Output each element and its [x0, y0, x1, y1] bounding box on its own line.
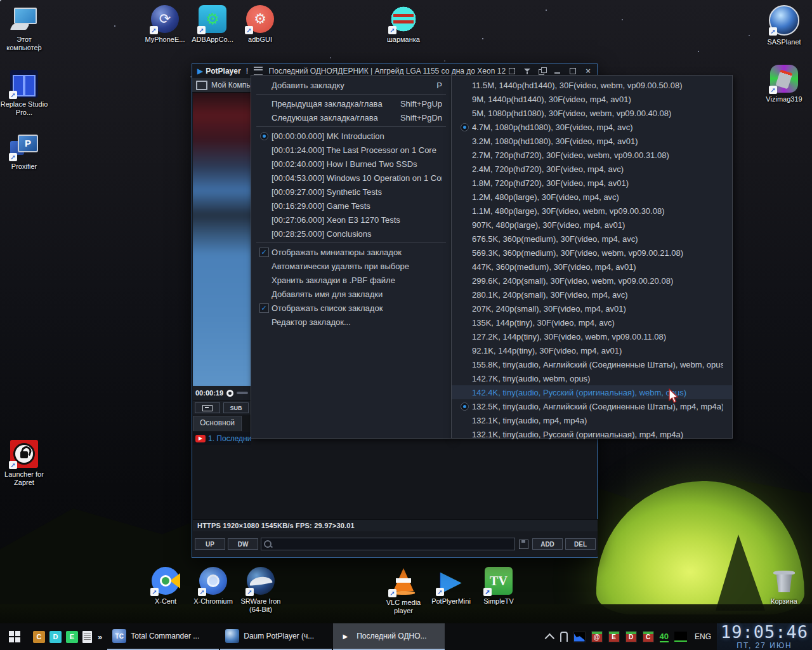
quick-launch-c[interactable]: C — [33, 631, 45, 643]
menu-item[interactable]: 907K, 480p(large), 30F(video, mp4, av01) — [452, 218, 732, 232]
menu-item[interactable]: 1.2M, 480p(large), 30F(video, mp4, avc) — [452, 190, 732, 204]
menu-item[interactable]: 3.2M, 1080p(hd1080), 30F(video, mp4, av0… — [452, 134, 732, 148]
desktop-icon-myphone-explorer[interactable]: ⟳➚ MyPhoneE... — [141, 5, 189, 44]
tab-main-playlist[interactable]: Основной — [193, 416, 242, 431]
menu-item[interactable]: 676.5K, 360p(medium), 30F(video, mp4, av… — [452, 232, 732, 246]
desktop-icon-launcher-for-zapret[interactable]: ➚ Launcher for Zapret — [0, 440, 48, 487]
quick-launch-overflow[interactable]: » — [98, 632, 102, 642]
menu-item[interactable]: 142.7K, tiny(audio, webm, opus) — [452, 371, 732, 385]
menu-item[interactable]: 569.3K, 360p(medium), 30F(video, webm, v… — [452, 246, 732, 260]
start-button[interactable] — [0, 623, 29, 650]
desktop-icon-vlc[interactable]: ➚ VLC media player — [379, 567, 428, 615]
fullscreen-icon[interactable] — [508, 67, 516, 75]
tray-d-icon[interactable]: D — [625, 631, 637, 642]
close-icon[interactable]: × — [584, 67, 592, 75]
desktop-icon-adb-app-control[interactable]: ⚙➚ ADBAppCo... — [188, 5, 237, 44]
playlist-entry[interactable]: ▶ 1. Последний — [193, 432, 251, 445]
menu-item[interactable]: 92.1K, 144p(tiny), 30F(video, mp4, av01) — [452, 343, 732, 357]
tray-at-icon[interactable]: @ — [591, 631, 603, 642]
menu-item[interactable]: 132.1K, tiny(audio, mp4, mp4a) — [452, 413, 732, 427]
notes-document-icon[interactable] — [82, 631, 92, 643]
desktop-icon-x-chromium[interactable]: ➚ X-Chromium — [189, 567, 237, 606]
subtitle-button[interactable]: SUB — [223, 402, 249, 413]
menu-item[interactable]: 142.4K, tiny(audio, Русский (оригинальна… — [452, 385, 732, 399]
maximize-icon[interactable] — [569, 67, 577, 75]
move-down-button[interactable]: DW — [228, 538, 258, 550]
task-button-total-commander[interactable]: TC Total Commander ... — [107, 623, 219, 650]
menu-item[interactable]: [00:16:29.000] Game Tests — [251, 199, 451, 213]
desktop-icon-potplyermini[interactable]: ▶➚ PotPlyerMini — [427, 567, 475, 606]
language-indicator[interactable]: ENG — [695, 632, 711, 641]
desktop-icon-srware-iron[interactable]: ➚ SRWare Iron (64-Bit) — [237, 567, 285, 614]
move-up-button[interactable]: UP — [195, 538, 225, 550]
desktop-icon-simpletv[interactable]: TV➚ SimpleTV — [475, 567, 523, 606]
menu-item[interactable]: ✓Отображать список закладок — [251, 301, 451, 315]
menu-item[interactable]: 447K, 360p(medium), 30F(video, mp4, av01… — [452, 260, 732, 274]
menu-item[interactable]: [00:27:06.000] Xeon E3 1270 Tests — [251, 213, 451, 227]
menu-item[interactable]: 4.7M, 1080p(hd1080), 30F(video, mp4, avc… — [452, 120, 732, 134]
save-playlist-icon[interactable] — [519, 540, 528, 549]
menu-item[interactable]: 5M, 1080p(hd1080), 30F(video, webm, vp09… — [452, 106, 732, 120]
desktop-icon-this-pc[interactable]: Этот компьютер — [0, 5, 48, 52]
tray-expand-icon[interactable] — [544, 633, 554, 643]
filter-icon[interactable] — [523, 67, 531, 75]
seek-bar[interactable] — [237, 392, 248, 394]
menu-item[interactable]: 155.8K, tiny(audio, Английский (Соединен… — [452, 357, 732, 371]
desktop-icon-vizimag319[interactable]: ➚ Vizimag319 — [760, 65, 808, 103]
menu-item[interactable]: 9M, 1440p(hd1440), 30F(video, mp4, av01) — [452, 92, 732, 106]
menu-item[interactable]: 132.1K, tiny(audio, Русский (оригинальна… — [452, 427, 732, 441]
tray-c-icon[interactable]: C — [643, 631, 654, 642]
playlist-search[interactable] — [261, 538, 515, 550]
desktop-icon-x-cent[interactable]: ➚ X-Cent — [141, 567, 190, 606]
menu-item[interactable]: 1.8M, 720p(hd720), 30F(video, mp4, av01) — [452, 176, 732, 190]
desktop-icon-sharmanka[interactable]: ➚ шарманка — [379, 5, 428, 44]
video-area[interactable] — [193, 93, 251, 386]
menu-item[interactable]: ✓Отображать миниатюры закладок — [251, 245, 451, 259]
menu-item[interactable]: [00:09:27.000] Synthetic Tests — [251, 185, 451, 199]
desktop-icon-sasplanet[interactable]: ➚ SASPlanet — [760, 5, 808, 46]
paperclip-icon[interactable] — [560, 632, 568, 642]
menu-item[interactable]: [00:28:25.000] Conclusions — [251, 227, 451, 241]
menu-item[interactable]: Следующая закладка/главаShift+PgDn — [251, 110, 451, 124]
menu-item[interactable]: 280.1K, 240p(small), 30F(video, mp4, avc… — [452, 288, 732, 302]
task-button-current-video[interactable]: ▶ Последний ОДНО... — [333, 623, 445, 650]
del-button[interactable]: DEL — [565, 538, 596, 550]
search-input[interactable] — [274, 540, 512, 548]
minimize-icon[interactable] — [554, 67, 561, 75]
taskbar-clock[interactable]: 19:05:46 ПТ, 27 ИЮН — [717, 623, 812, 650]
menu-item[interactable]: 2.7M, 720p(hd720), 30F(video, webm, vp09… — [452, 148, 732, 162]
console-tray-icon[interactable] — [674, 632, 687, 642]
video-track-button[interactable] — [195, 402, 220, 413]
menu-item[interactable]: Предыдущая закладка/главаShift+PgUp — [251, 96, 451, 110]
menu-item[interactable]: 11.5M, 1440p(hd1440), 30F(video, webm, v… — [452, 78, 732, 92]
menu-item[interactable]: 132.5K, tiny(audio, Английский (Соединен… — [452, 399, 732, 413]
menu-item[interactable]: Добавлять имя для закладки — [251, 287, 451, 301]
menu-item[interactable]: 135K, 144p(tiny), 30F(video, mp4, avc) — [452, 315, 732, 329]
desktop-icon-recycle-bin[interactable]: Корзина — [760, 567, 808, 606]
menu-item[interactable]: Редактор закладок... — [251, 315, 451, 329]
menu-item[interactable]: Автоматически удалять при выборе — [251, 259, 451, 273]
task-button-daum-potplayer[interactable]: Daum PotPlayer (ч... — [220, 623, 332, 650]
desktop-icon-replace-studio-pro[interactable]: ➚ Replace Studio Pro... — [0, 70, 48, 117]
tray-e-icon[interactable]: E — [608, 631, 620, 642]
menu-item[interactable]: 299.6K, 240p(small), 30F(video, webm, vp… — [452, 274, 732, 288]
menu-item[interactable]: 1.1M, 480p(large), 30F(video, webm, vp09… — [452, 204, 732, 218]
seek-knob[interactable] — [226, 390, 233, 397]
menu-item[interactable]: [00:04:53.000] Windows 10 Operation on 1… — [251, 171, 451, 185]
menu-item[interactable]: Добавить закладкуP — [251, 78, 451, 92]
network-graph-icon[interactable] — [573, 632, 586, 642]
alert-icon[interactable]: ! — [246, 67, 249, 76]
menu-item[interactable]: [00:01:24.000] The Last Processor on 1 C… — [251, 143, 451, 157]
playlist-toggle-icon[interactable] — [254, 67, 263, 76]
always-on-top-icon[interactable] — [539, 67, 546, 75]
menu-item[interactable]: [00:00:00.000] MK Introduction — [251, 129, 451, 143]
quick-launch-d[interactable]: D — [49, 631, 62, 643]
desktop-icon-proxifier[interactable]: P➚ Proxifier — [0, 132, 48, 171]
menu-item[interactable]: [00:02:40.000] How I Burned Two SSDs — [251, 157, 451, 171]
quick-launch-e[interactable]: E — [66, 631, 78, 643]
menu-item[interactable]: Хранить закладки в .PBF файле — [251, 273, 451, 287]
menu-item[interactable]: 207K, 240p(small), 30F(video, mp4, av01) — [452, 302, 732, 315]
desktop-icon-adbgui[interactable]: ⚙➚ adbGUI — [236, 5, 284, 44]
add-button[interactable]: ADD — [532, 538, 563, 550]
menu-item[interactable]: 127.2K, 144p(tiny), 30F(video, webm, vp0… — [452, 329, 732, 343]
